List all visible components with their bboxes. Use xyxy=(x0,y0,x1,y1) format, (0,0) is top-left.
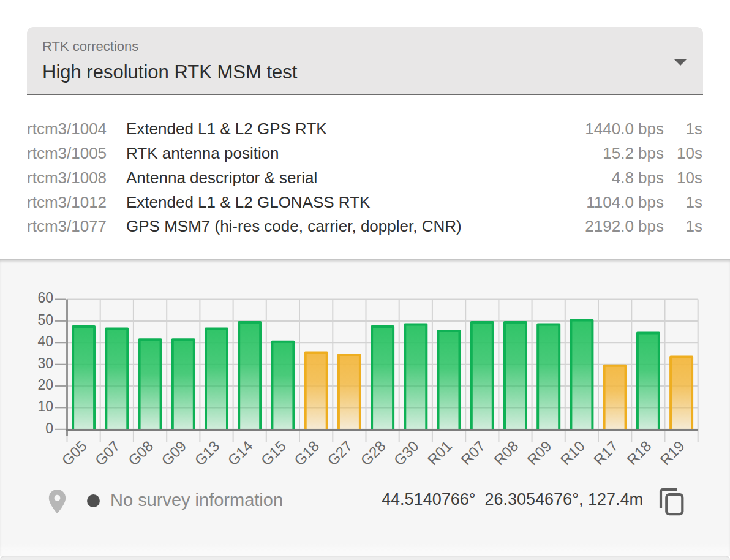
svg-text:G08: G08 xyxy=(125,437,156,469)
svg-text:R09: R09 xyxy=(524,437,555,468)
svg-text:G05: G05 xyxy=(58,437,89,469)
svg-text:30: 30 xyxy=(37,355,53,371)
svg-text:R07: R07 xyxy=(457,437,488,468)
svg-text:60: 60 xyxy=(37,290,53,306)
svg-text:G30: G30 xyxy=(391,437,422,469)
svg-text:G07: G07 xyxy=(92,437,123,469)
svg-text:G13: G13 xyxy=(191,437,222,469)
svg-text:R01: R01 xyxy=(424,437,455,468)
svg-text:50: 50 xyxy=(37,312,53,328)
svg-text:R17: R17 xyxy=(590,437,621,468)
svg-text:G09: G09 xyxy=(158,437,189,469)
svg-text:G18: G18 xyxy=(291,437,322,469)
svg-text:G14: G14 xyxy=(225,437,256,469)
svg-text:R10: R10 xyxy=(557,437,588,468)
svg-text:R19: R19 xyxy=(657,437,687,468)
svg-text:20: 20 xyxy=(37,377,53,393)
svg-text:10: 10 xyxy=(37,398,53,414)
svg-text:G15: G15 xyxy=(258,437,289,469)
svg-text:0: 0 xyxy=(45,420,53,436)
svg-text:40: 40 xyxy=(37,333,53,349)
svg-text:R18: R18 xyxy=(623,437,654,468)
svg-text:G28: G28 xyxy=(357,437,388,469)
svg-text:G27: G27 xyxy=(324,437,355,469)
svg-text:R08: R08 xyxy=(491,437,521,468)
